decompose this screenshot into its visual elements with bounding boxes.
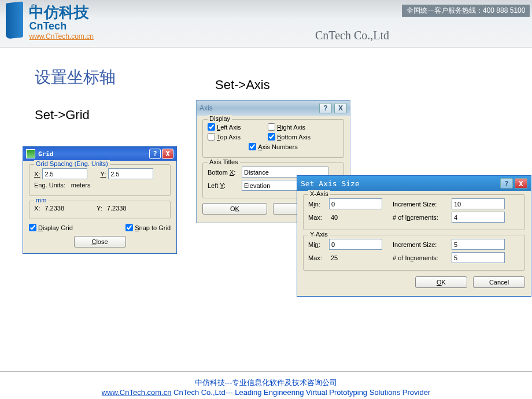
dialog-set-axis-size: Set Axis Size ? X X-Axis Min: Increment … [297,175,531,297]
x-min-input[interactable] [329,198,382,209]
y-inc-size-input[interactable] [452,239,505,250]
footer-line2: CnTech Co.,Ltd--- Leading Engineering Vi… [171,388,430,397]
axis-ok-button[interactable]: OK [202,203,267,215]
footer-line1: 中仿科技---专业信息化软件及技术咨询公司 [0,378,532,388]
axis-title: Axis [200,104,213,112]
dialog-grid: Grid ? X Grid Spacing (Eng. Units) X: Y:… [23,146,177,254]
y-axis-group: Y-Axis Min: Increment Size: Max: 25 # of… [303,235,525,271]
mm-y-label: Y: [97,205,102,212]
logo-url[interactable]: www.CnTech.com.cn [29,32,93,40]
size-titlebar[interactable]: Set Axis Size ? X [297,176,531,191]
y-axis-legend: Y-Axis [308,231,330,238]
hotline-text: 全国统一客户服务热线：400 888 5100 [402,5,530,17]
grid-y-input[interactable] [108,168,153,179]
size-cancel-button[interactable]: Cancel [473,276,525,288]
size-ok-button[interactable]: OK [415,276,467,288]
axis-numbers-checkbox[interactable]: Axis Numbers [249,143,297,150]
footer-link[interactable]: www.CnTech.com.cn [102,388,172,397]
grid-close-btn[interactable]: Close [74,236,126,247]
grid-mm-group: mm X: 7.2338 Y: 7.2338 [29,201,171,219]
logo-text-cn: 中仿科技 [29,2,93,23]
axis-help-button[interactable]: ? [319,103,332,113]
axis-display-legend: Display [208,115,232,122]
bottom-x-label: Bottom X: [208,169,239,176]
grid-spacing-group: Grid Spacing (Eng. Units) X: Y: Eng. Uni… [29,164,171,196]
grid-close-button[interactable]: X [162,149,173,159]
logo-icon [6,1,23,39]
axis-titlebar[interactable]: Axis ? X [197,101,350,116]
size-help-button[interactable]: ? [500,178,513,189]
x-inc-size-label: Increment Size: [393,201,449,208]
y-num-inc-label: # of Increments: [393,254,449,261]
mm-y-value: 7.2338 [107,205,127,212]
grid-mm-legend: mm [34,197,48,204]
page-footer: 中仿科技---专业信息化软件及技术咨询公司 www.CnTech.com.cn … [0,371,532,399]
x-num-inc-label: # of Increments: [393,214,449,221]
grid-units-value: meters [71,182,91,189]
grid-y-label: Y: [100,171,106,178]
top-axis-checkbox[interactable]: Top Axis [208,133,265,141]
size-close-button[interactable]: X [515,178,527,189]
x-inc-size-input[interactable] [452,198,505,209]
company-name: CnTech Co.,Ltd [315,29,389,42]
grid-titlebar[interactable]: Grid ? X [23,147,176,161]
grid-icon [26,149,35,158]
grid-x-input[interactable] [42,168,87,179]
axis-display-group: Display Left Axis Right Axis Top Axis Bo… [202,119,344,158]
right-axis-checkbox[interactable]: Right Axis [268,123,305,131]
y-num-inc-input[interactable] [452,252,505,263]
logo: ® 中仿科技 CnTech www.CnTech.com.cn [6,2,94,41]
grid-units-label: Eng. Units: [34,182,65,189]
axis-close-button[interactable]: X [334,103,347,113]
x-axis-group: X-Axis Min: Increment Size: Max: 40 # of… [303,194,525,230]
y-min-input[interactable] [329,239,382,250]
page-header: ® 中仿科技 CnTech www.CnTech.com.cn 全国统一客户服务… [0,0,532,47]
y-inc-size-label: Increment Size: [393,241,449,248]
grid-spacing-legend: Grid Spacing (Eng. Units) [34,160,110,167]
y-min-label: Min: [308,241,327,248]
x-min-label: Min: [308,201,327,208]
grid-title: Grid [38,150,54,158]
registered-mark: ® [31,3,35,10]
bottom-axis-checkbox[interactable]: Bottom Axis [268,133,311,141]
page-title: 设置坐标轴 [35,66,116,88]
snap-grid-checkbox[interactable]: Snap to Grid [125,224,171,231]
size-title: Set Axis Size [301,179,360,188]
axis-titles-legend: Axis Titles [208,158,240,165]
mm-x-value: 7.2338 [45,205,64,212]
grid-help-button[interactable]: ? [149,149,161,159]
x-max-value: 40 [329,214,382,221]
y-max-value: 25 [329,254,382,261]
left-axis-checkbox[interactable]: Left Axis [208,123,265,131]
display-grid-input[interactable] [29,224,36,231]
x-axis-legend: X-Axis [308,190,330,197]
y-max-label: Max: [308,254,327,261]
left-y-label: Left Y: [208,182,239,189]
label-set-axis: Set->Axis [215,77,270,93]
grid-x-label: X: [34,171,40,178]
mm-x-label: X: [34,205,40,212]
display-grid-checkbox[interactable]: DDisplay Gridisplay Grid [29,224,73,231]
label-set-grid: Set->Grid [35,108,90,123]
snap-grid-input[interactable] [125,224,133,231]
x-num-inc-input[interactable] [452,212,505,223]
x-max-label: Max: [308,214,327,221]
